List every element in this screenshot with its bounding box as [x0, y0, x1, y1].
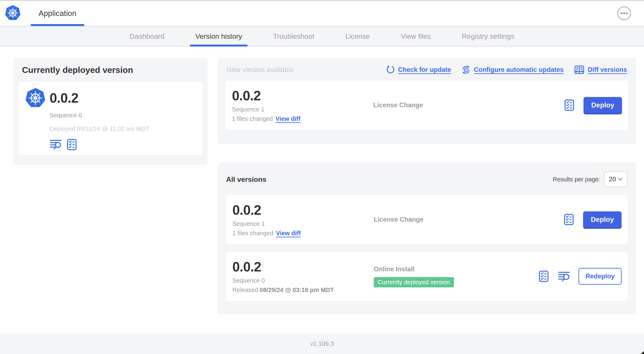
- preflight-checks-button[interactable]: [564, 99, 575, 111]
- logs-icon: [558, 271, 570, 282]
- released-timestamp: Released 08/29/24 @ 03:18 pm MDT: [232, 286, 374, 293]
- tab-troubleshoot[interactable]: Troubleshoot: [268, 26, 320, 46]
- more-menu-button[interactable]: [617, 6, 631, 20]
- top-bar: Application: [0, 1, 644, 26]
- version-number: 0.0.2: [232, 202, 374, 218]
- source-label: License Change: [373, 101, 564, 109]
- kubernetes-app-icon: [25, 88, 46, 109]
- checklist-icon: [538, 270, 550, 282]
- diff-versions-link[interactable]: Diff versions: [574, 65, 627, 74]
- version-row: 0.0.2 Sequence 1 1 files changed View di…: [226, 195, 628, 244]
- deploy-button[interactable]: Deploy: [584, 97, 622, 113]
- all-versions-heading: All versions: [226, 175, 266, 183]
- tab-dashboard[interactable]: Dashboard: [124, 26, 170, 46]
- deploy-button[interactable]: Deploy: [583, 211, 622, 228]
- deployed-version-number: 0.0.2: [50, 90, 78, 106]
- view-logs-button[interactable]: [558, 271, 570, 282]
- checklist-icon: [66, 139, 78, 150]
- source-label: License Change: [374, 216, 563, 223]
- all-versions-section: All versions Results per page: 20 0.0.2: [218, 162, 636, 314]
- currently-deployed-badge: Currently deployed version: [374, 277, 454, 287]
- files-changed-label: 1 files changed: [232, 115, 273, 122]
- preflight-checks-button[interactable]: [563, 214, 575, 225]
- currently-deployed-heading: Currently deployed version: [19, 65, 202, 75]
- redeploy-button[interactable]: Redeploy: [578, 268, 622, 285]
- footer: v1.109.3: [0, 333, 644, 354]
- new-version-heading: New version available: [226, 66, 294, 74]
- main-content: Currently deployed version 0.0.2 Sequenc…: [0, 47, 644, 314]
- deployed-version-card: 0.0.2 Sequence 0 Deployed 09/11/24 @ 11:…: [19, 82, 202, 155]
- view-diff-link[interactable]: View diff: [276, 230, 301, 237]
- checklist-icon: [564, 99, 575, 111]
- check-for-update-link[interactable]: Check for update: [386, 65, 451, 74]
- version-history-column: New version available Check for update: [218, 58, 636, 314]
- view-diff-link[interactable]: View diff: [276, 115, 300, 122]
- kubernetes-logo-icon: [4, 5, 21, 21]
- app-title: Application: [38, 9, 76, 18]
- sequence-label: Sequence 1: [232, 220, 374, 227]
- refresh-icon: [386, 65, 395, 74]
- results-per-page-select[interactable]: 20: [604, 172, 628, 187]
- version-number: 0.0.2: [232, 259, 374, 275]
- configure-automatic-updates-link[interactable]: Configure automatic updates: [462, 65, 564, 74]
- tab-registry-settings[interactable]: Registry settings: [456, 26, 520, 46]
- results-per-page-label: Results per page:: [553, 176, 600, 183]
- files-changed-label: 1 files changed: [232, 230, 273, 237]
- view-logs-button[interactable]: [50, 139, 62, 150]
- preflight-checks-button[interactable]: [66, 139, 78, 150]
- app-subnav: Dashboard Version history Troubleshoot L…: [0, 26, 644, 47]
- tab-view-files[interactable]: View files: [396, 26, 436, 46]
- tab-license[interactable]: License: [340, 26, 376, 46]
- sequence-label: Sequence 1: [232, 106, 373, 113]
- source-label: Online Install: [374, 265, 538, 273]
- chevron-down-icon: [618, 178, 623, 181]
- checklist-icon: [563, 214, 575, 225]
- ellipsis-icon: [617, 6, 631, 20]
- diff-icon: [574, 65, 584, 74]
- version-number: 0.0.2: [232, 88, 373, 104]
- app-tab-application[interactable]: Application: [31, 1, 84, 26]
- clock-sync-icon: [462, 65, 471, 74]
- currently-deployed-card: Currently deployed version 0.0.2 Sequenc…: [14, 58, 208, 165]
- logs-icon: [50, 139, 62, 150]
- deployed-timestamp: Deployed 09/11/24 @ 11:02 am MDT: [50, 126, 196, 132]
- console-version-label: v1.109.3: [310, 340, 334, 347]
- sequence-label: Sequence 0: [232, 277, 374, 284]
- preflight-checks-button[interactable]: [538, 270, 550, 282]
- tab-version-history[interactable]: Version history: [190, 26, 248, 46]
- new-version-section: New version available Check for update: [218, 58, 636, 144]
- version-row: 0.0.2 Sequence 0 Released 08/29/24 @ 03:…: [226, 252, 628, 301]
- deployed-sequence-label: Sequence 0: [50, 112, 196, 119]
- new-version-row: 0.0.2 Sequence 1 1 files changed View di…: [226, 81, 628, 130]
